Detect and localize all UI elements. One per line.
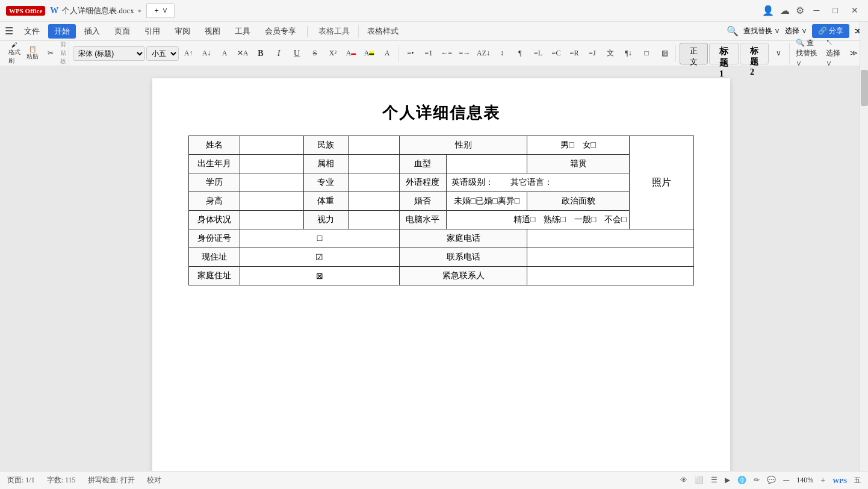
- minimize-button[interactable]: ─: [810, 6, 823, 16]
- bullet-list-button[interactable]: ≡•: [402, 45, 419, 62]
- value-name[interactable]: [240, 136, 303, 155]
- cut-button[interactable]: ✂: [42, 45, 59, 62]
- style-gallery-expand-button[interactable]: ∨: [770, 45, 787, 62]
- zoom-in-button[interactable]: +: [820, 476, 825, 485]
- wps-logo[interactable]: WPS Office: [6, 6, 45, 16]
- menu-file[interactable]: 文件: [18, 24, 46, 39]
- scroll-thumb[interactable]: [861, 70, 868, 106]
- proofread-button[interactable]: 校对: [147, 475, 161, 485]
- table-row: 身高 体重 婚否 未婚□已婚□离异□ 政治面貌: [188, 192, 693, 211]
- value-current-addr[interactable]: ☑: [240, 248, 400, 267]
- menu-reference[interactable]: 引用: [138, 24, 166, 39]
- justify-button[interactable]: ≡J: [584, 45, 601, 62]
- value-home-addr[interactable]: ⊠: [240, 267, 400, 285]
- new-tab-button[interactable]: ＋ ∨: [146, 3, 175, 18]
- borders-button[interactable]: □: [638, 45, 655, 62]
- maximize-button[interactable]: □: [829, 6, 842, 16]
- menu-page[interactable]: 页面: [108, 24, 136, 39]
- font-name-select[interactable]: 宋体 (标题): [73, 46, 145, 61]
- font-size-select[interactable]: 小五: [146, 46, 179, 61]
- paragraph-settings-button[interactable]: ¶↓: [620, 45, 637, 62]
- underline-button[interactable]: U: [288, 45, 305, 62]
- highlight-button[interactable]: A▬: [361, 45, 377, 62]
- table-row: 出生年月 属相 血型 籍贯: [188, 155, 693, 173]
- value-height[interactable]: [240, 192, 303, 211]
- find-replace-button[interactable]: 查找替换 ∨: [743, 26, 780, 36]
- align-center-button[interactable]: ≡C: [548, 45, 565, 62]
- value-bloodtype[interactable]: [446, 155, 527, 173]
- menu-icon[interactable]: ☰: [5, 25, 13, 37]
- menu-view[interactable]: 视图: [199, 24, 226, 39]
- value-emergency-contact[interactable]: [527, 267, 693, 285]
- clear-format-button[interactable]: ✕A: [234, 45, 251, 62]
- menu-table-tools[interactable]: 表格工具: [312, 24, 359, 39]
- value-ethnicity[interactable]: [349, 136, 400, 155]
- line-spacing-button[interactable]: ↕: [494, 45, 510, 62]
- share-button[interactable]: 🔗 分享: [812, 24, 849, 38]
- value-gender[interactable]: 男□ 女□: [527, 136, 630, 155]
- chinese-layout-button[interactable]: 文: [602, 45, 619, 62]
- style-h1-button[interactable]: 标题 1: [709, 43, 739, 64]
- select-toolbar-button[interactable]: ↖ 选择 ∨: [823, 45, 844, 62]
- value-health[interactable]: [240, 211, 303, 229]
- font-color-button[interactable]: A▬: [343, 45, 359, 62]
- spell-check[interactable]: 拼写检查: 打开: [88, 475, 135, 485]
- shading-button[interactable]: ▨: [656, 45, 673, 62]
- value-vision[interactable]: [349, 211, 400, 229]
- align-left-button[interactable]: ≡L: [530, 45, 547, 62]
- value-weight[interactable]: [349, 192, 400, 211]
- edit-icon[interactable]: ✏: [754, 476, 760, 485]
- value-marriage[interactable]: 未婚□已婚□离异□: [446, 192, 527, 211]
- italic-button[interactable]: I: [270, 45, 287, 62]
- zoom-out-button[interactable]: ─: [783, 476, 789, 485]
- align-right-button[interactable]: ≡R: [566, 45, 583, 62]
- style-normal-button[interactable]: 正文: [680, 43, 708, 64]
- outline-mode-icon[interactable]: ☰: [711, 476, 718, 485]
- comment-icon[interactable]: 💬: [767, 476, 776, 485]
- table-row: 家庭住址 ⊠ 紧急联系人: [188, 267, 693, 285]
- menu-review[interactable]: 审阅: [169, 24, 196, 39]
- font-grow-button[interactable]: A↑: [180, 45, 197, 62]
- show-marks-button[interactable]: ¶: [512, 45, 529, 62]
- paste-button[interactable]: 📋 粘贴: [24, 45, 41, 62]
- font-shrink-button[interactable]: A↓: [198, 45, 215, 62]
- value-home-phone[interactable]: [527, 229, 693, 248]
- right-scrollbar[interactable]: [860, 22, 868, 471]
- format-painter-button[interactable]: 🖌 格式刷: [6, 45, 23, 62]
- font-shade-button[interactable]: A: [379, 45, 395, 62]
- settings-icon[interactable]: ⚙: [796, 5, 804, 16]
- value-education[interactable]: [240, 173, 303, 192]
- value-birthdate[interactable]: [240, 155, 303, 173]
- close-button[interactable]: ✕: [848, 5, 862, 16]
- menu-vip[interactable]: 会员专享: [259, 24, 302, 39]
- menu-tools[interactable]: 工具: [229, 24, 256, 39]
- search-menu-icon[interactable]: 🔍: [727, 25, 739, 37]
- decrease-indent-button[interactable]: ←≡: [438, 45, 455, 62]
- profile-icon[interactable]: 👤: [762, 5, 774, 16]
- read-mode-icon[interactable]: 👁: [680, 476, 687, 485]
- play-icon[interactable]: ▶: [725, 476, 730, 485]
- phonetic-button[interactable]: A: [216, 45, 233, 62]
- value-major[interactable]: [349, 173, 400, 192]
- value-contact-phone[interactable]: [527, 248, 693, 267]
- globe-icon[interactable]: 🌐: [737, 476, 746, 485]
- label-home-phone: 家庭电话: [400, 229, 527, 248]
- menu-home[interactable]: 开始: [48, 24, 76, 39]
- increase-indent-button[interactable]: ≡→: [456, 45, 473, 62]
- value-idcard[interactable]: □: [240, 229, 400, 248]
- menu-table-style[interactable]: 表格样式: [361, 24, 405, 39]
- menu-insert[interactable]: 插入: [78, 24, 106, 39]
- numbered-list-button[interactable]: ≡1: [420, 45, 437, 62]
- strikethrough-button[interactable]: S: [306, 45, 323, 62]
- sort-button[interactable]: AZ↓: [474, 45, 492, 62]
- select-button[interactable]: 选择 ∨: [785, 26, 807, 36]
- style-h2-button[interactable]: 标题 2: [740, 43, 769, 64]
- find-replace-toolbar-button[interactable]: 🔍 查找替换 ∨: [793, 45, 822, 62]
- value-computer[interactable]: 精通□ 熟练□ 一般□ 不会□: [446, 211, 693, 229]
- value-zodiac[interactable]: [349, 155, 400, 173]
- cloud-icon[interactable]: ☁: [780, 5, 790, 16]
- superscript-button[interactable]: X²: [324, 45, 341, 62]
- bold-button[interactable]: B: [252, 45, 269, 62]
- info-table: 姓名 民族 性别 男□ 女□ 照片 出生年月 属相 血型 籍贯 学历: [188, 135, 694, 285]
- page-mode-icon[interactable]: ⬜: [695, 476, 704, 485]
